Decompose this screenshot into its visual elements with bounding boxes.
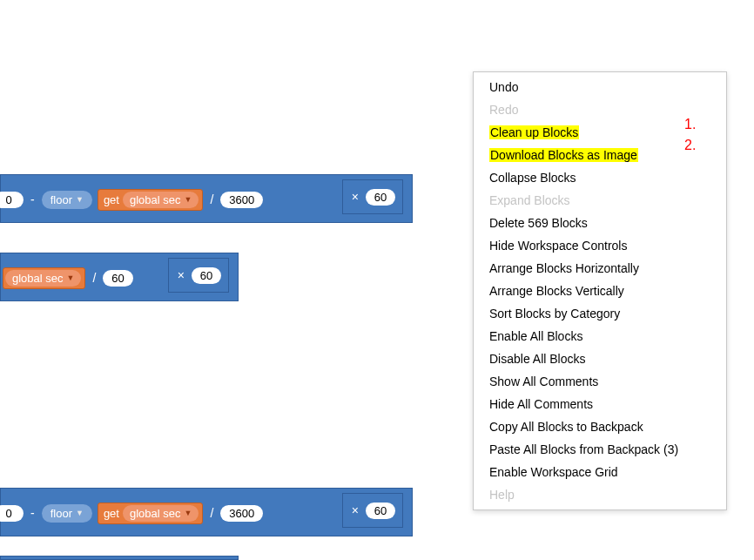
annotation-1: 1.: [684, 117, 696, 132]
menu-sort-by-category[interactable]: Sort Blocks by Category: [474, 302, 726, 325]
menu-hide-all-comments[interactable]: Hide All Comments: [474, 393, 726, 415]
menu-show-all-comments[interactable]: Show All Comments: [474, 370, 726, 393]
menu-collapse-blocks[interactable]: Collapse Blocks: [474, 166, 726, 189]
block-math-row-1: 0 - floor▼ get global sec▼ / 3600 × 60: [0, 174, 413, 223]
get-variable-block[interactable]: get global sec▼: [98, 503, 204, 524]
number-field[interactable]: 60: [366, 189, 395, 206]
divide-op: /: [208, 192, 215, 206]
divide-op: /: [91, 271, 98, 285]
multiply-block[interactable]: × 60: [168, 258, 229, 293]
number-field[interactable]: 60: [103, 270, 132, 287]
floor-dropdown[interactable]: floor▼: [42, 504, 92, 523]
variable-dropdown[interactable]: global sec▼: [5, 270, 81, 287]
menu-hide-workspace-controls[interactable]: Hide Workspace Controls: [474, 234, 726, 257]
menu-arrange-vertical[interactable]: Arrange Blocks Vertically: [474, 280, 726, 302]
chevron-down-icon: ▼: [76, 509, 84, 517]
menu-enable-workspace-grid[interactable]: Enable Workspace Grid: [474, 461, 726, 483]
menu-help: Help: [474, 483, 726, 506]
menu-undo[interactable]: Undo: [474, 76, 726, 98]
number-field[interactable]: 0: [0, 192, 24, 208]
variable-dropdown[interactable]: global sec▼: [123, 192, 199, 208]
block-math-row-4: [0, 556, 239, 560]
block-math-row-2: global sec▼ / 60 × 60: [0, 253, 239, 301]
menu-enable-all-blocks[interactable]: Enable All Blocks: [474, 325, 726, 347]
chevron-down-icon: ▼: [76, 195, 84, 204]
menu-delete-blocks[interactable]: Delete 569 Blocks: [474, 212, 726, 234]
times-op: ×: [350, 190, 360, 204]
get-label: get: [104, 193, 119, 206]
chevron-down-icon: ▼: [67, 273, 75, 282]
chevron-down-icon: ▼: [185, 509, 192, 517]
menu-arrange-horizontal[interactable]: Arrange Blocks Horizontally: [474, 257, 726, 280]
multiply-block[interactable]: × 60: [342, 493, 403, 528]
multiply-block[interactable]: × 60: [342, 179, 403, 214]
get-variable-block[interactable]: global sec▼: [3, 267, 85, 289]
times-op: ×: [176, 268, 186, 282]
number-field[interactable]: 3600: [220, 505, 263, 522]
floor-dropdown[interactable]: floor▼: [42, 191, 92, 209]
minus-op: -: [29, 506, 37, 520]
get-variable-block[interactable]: get global sec▼: [98, 189, 204, 211]
block-math-row-3: 0 - floor▼ get global sec▼ / 3600 × 60: [0, 488, 413, 536]
menu-paste-from-backpack[interactable]: Paste All Blocks from Backpack (3): [474, 438, 726, 461]
number-field[interactable]: 0: [0, 505, 24, 522]
number-field[interactable]: 60: [192, 267, 221, 284]
minus-op: -: [29, 192, 37, 206]
get-label: get: [104, 507, 119, 520]
variable-dropdown[interactable]: global sec▼: [123, 505, 199, 522]
number-field[interactable]: 60: [366, 503, 395, 519]
menu-disable-all-blocks[interactable]: Disable All Blocks: [474, 347, 726, 370]
menu-copy-to-backpack[interactable]: Copy All Blocks to Backpack: [474, 415, 726, 438]
chevron-down-icon: ▼: [185, 195, 192, 204]
number-field[interactable]: 3600: [220, 192, 263, 208]
annotation-2: 2.: [684, 138, 696, 153]
menu-expand-blocks: Expand Blocks: [474, 189, 726, 212]
divide-op: /: [208, 506, 215, 520]
times-op: ×: [350, 503, 360, 517]
